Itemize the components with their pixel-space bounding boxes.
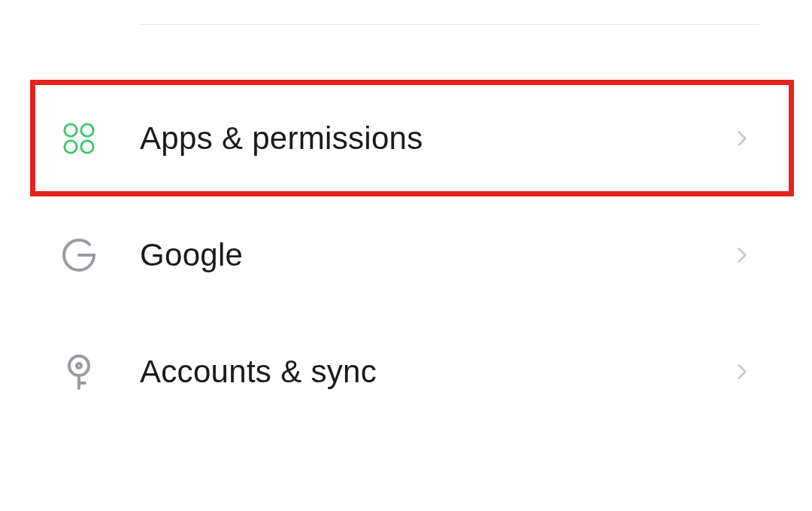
svg-rect-3 <box>81 140 93 152</box>
settings-item-label: Accounts & sync <box>140 354 732 390</box>
settings-item-apps-permissions[interactable]: Apps & permissions <box>30 80 794 196</box>
svg-point-6 <box>77 363 81 368</box>
chevron-right-icon <box>732 245 752 265</box>
chevron-right-icon <box>732 362 752 382</box>
svg-rect-1 <box>81 123 93 135</box>
key-icon <box>60 353 98 391</box>
svg-rect-0 <box>65 123 77 135</box>
settings-item-google[interactable]: Google <box>0 196 812 313</box>
settings-item-label: Google <box>140 237 732 273</box>
settings-list: Apps & permissions Google <box>0 80 812 430</box>
settings-item-label: Apps & permissions <box>140 120 732 157</box>
svg-point-5 <box>69 356 89 376</box>
google-icon <box>60 236 98 274</box>
section-divider <box>139 24 759 25</box>
settings-item-accounts-sync[interactable]: Accounts & sync <box>0 313 812 430</box>
apps-icon <box>60 120 98 157</box>
chevron-right-icon <box>732 129 752 148</box>
svg-rect-2 <box>65 140 77 152</box>
